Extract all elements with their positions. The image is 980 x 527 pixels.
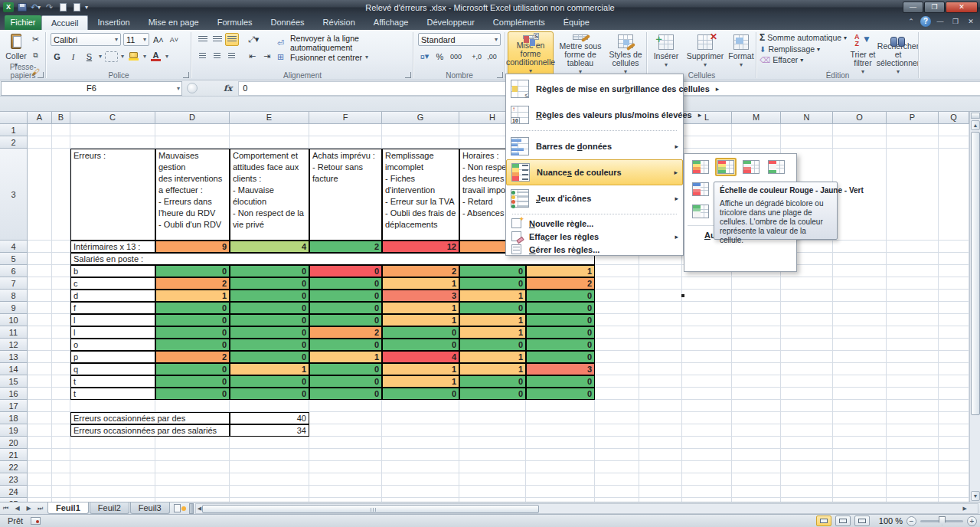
row-header-18[interactable]: 18 — [0, 412, 28, 424]
cell-G7[interactable]: 1 — [382, 277, 459, 290]
workbook-close-icon[interactable]: ✕ — [965, 16, 977, 27]
name-box[interactable]: F6 ▾ — [1, 81, 182, 96]
row-header-14[interactable]: 14 — [0, 363, 28, 375]
minimize-button[interactable]: — — [903, 2, 923, 13]
row-header-1[interactable]: 1 — [0, 124, 28, 136]
prev-sheet-icon[interactable]: ◀ — [11, 505, 23, 512]
cell-C15[interactable]: t — [70, 375, 155, 388]
cell-G4[interactable]: 12 — [382, 241, 459, 253]
tab-formules[interactable]: Formules — [208, 15, 262, 30]
zoom-level[interactable]: 100 % — [874, 516, 903, 525]
cell-E15[interactable]: 0 — [230, 375, 309, 388]
menu-item-nouvelle-r-gle[interactable]: ✦Nouvelle règle... — [506, 217, 683, 230]
cell-G8[interactable]: 3 — [382, 290, 459, 302]
tab-mise-en-page[interactable]: Mise en page — [139, 15, 208, 30]
cell-G15[interactable]: 1 — [382, 375, 459, 388]
cell-C19[interactable]: Erreurs occasionnées par des salariés en… — [70, 424, 230, 437]
horizontal-scrollbar[interactable]: ◀ ▶ — [195, 503, 978, 514]
delete-cells-button[interactable]: ✕ Supprimer ▾ — [684, 31, 726, 76]
column-header-F[interactable]: F — [309, 112, 382, 124]
bold-button[interactable]: G — [51, 50, 64, 63]
cell-G14[interactable]: 1 — [382, 363, 459, 375]
color-scale-thumb-5[interactable] — [690, 180, 711, 198]
cell-G6[interactable]: 2 — [382, 265, 459, 277]
font-color-icon[interactable]: A — [149, 50, 162, 63]
conditional-formatting-button[interactable]: S Mise en forme conditionnelle ▾ — [508, 31, 554, 76]
menu-item-r-gles-de-mise-en-surbrillance-des-cellules[interactable]: ≤Règles de mise en surbrillance des cell… — [506, 76, 683, 102]
row-header-5[interactable]: 5 — [0, 253, 28, 265]
row-header-12[interactable]: 12 — [0, 339, 28, 351]
cell-H11[interactable]: 1 — [459, 326, 526, 339]
vscroll-split-handle[interactable] — [971, 113, 980, 119]
increase-decimal-icon[interactable]: +,0 — [470, 50, 483, 63]
cell-D9[interactable]: 0 — [155, 302, 230, 314]
menu-item-jeux-d-ic-nes[interactable]: Jeux d'icônes▸ — [506, 185, 683, 211]
cell-D12[interactable]: 0 — [155, 339, 230, 351]
tab-insertion[interactable]: Insertion — [88, 15, 139, 30]
cell-E14[interactable]: 1 — [230, 363, 309, 375]
sheet-tab-feuil1[interactable]: Feuil1 — [47, 502, 89, 514]
column-header-C[interactable]: C — [70, 112, 155, 124]
row-header-8[interactable]: 8 — [0, 290, 28, 302]
cell-E16[interactable]: 0 — [230, 388, 309, 400]
cell-F16[interactable]: 0 — [309, 388, 382, 400]
cell-F11[interactable]: 2 — [309, 326, 382, 339]
underline-button[interactable]: S — [83, 50, 96, 63]
next-sheet-icon[interactable]: ▶ — [23, 505, 34, 512]
thousands-icon[interactable]: 000 — [449, 50, 463, 63]
zoom-slider[interactable] — [920, 520, 963, 522]
color-scale-thumb-4[interactable] — [766, 158, 787, 176]
cell-D13[interactable]: 2 — [155, 351, 230, 363]
cell-F15[interactable]: 0 — [309, 375, 382, 388]
find-select-button[interactable]: Rechercher et sélectionner ▾ — [879, 31, 917, 76]
tab-fichier[interactable]: Fichier — [5, 15, 41, 30]
row-header-20[interactable]: 20 — [0, 437, 28, 449]
row-header-11[interactable]: 11 — [0, 326, 28, 339]
cell-C3[interactable]: Erreurs : — [70, 149, 155, 241]
cell-D14[interactable]: 0 — [155, 363, 230, 375]
cell-C13[interactable]: p — [70, 351, 155, 363]
cell-G13[interactable]: 4 — [382, 351, 459, 363]
decrease-indent-icon[interactable]: ⇤ — [246, 50, 259, 63]
cell-D4[interactable]: 9 — [155, 241, 230, 253]
increase-indent-icon[interactable]: ⇥ — [260, 50, 273, 63]
scroll-right-icon[interactable]: ▶ — [963, 506, 967, 512]
cut-icon[interactable]: ✂ — [29, 33, 42, 46]
vscroll-thumb[interactable] — [971, 132, 980, 415]
cell-I8[interactable]: 0 — [526, 290, 595, 302]
borders-icon[interactable] — [105, 51, 118, 62]
format-as-table-button[interactable]: Mettre sous forme de tableau ▾ — [556, 31, 605, 76]
column-header-O[interactable]: O — [833, 112, 887, 124]
cell-H7[interactable]: 0 — [459, 277, 526, 290]
column-header-N[interactable]: N — [781, 112, 833, 124]
cell-F9[interactable]: 0 — [309, 302, 382, 314]
orientation-icon[interactable]: ⤢▾ — [247, 33, 260, 46]
cell-H16[interactable]: 0 — [459, 388, 526, 400]
clear-button[interactable]: ⌫ Effacer▾ — [760, 55, 847, 64]
cell-C16[interactable]: t — [70, 388, 155, 400]
column-header-Q[interactable]: Q — [939, 112, 969, 124]
scroll-down-icon[interactable]: ▼ — [971, 491, 980, 501]
cell-H10[interactable]: 1 — [459, 314, 526, 326]
cell-G11[interactable]: 0 — [382, 326, 459, 339]
cell-E9[interactable]: 0 — [230, 302, 309, 314]
cell-I7[interactable]: 2 — [526, 277, 595, 290]
cell-C12[interactable]: o — [70, 339, 155, 351]
cell-E13[interactable]: 0 — [230, 351, 309, 363]
workbook-restore-icon[interactable]: ❐ — [949, 16, 962, 27]
cell-C8[interactable]: d — [70, 290, 155, 302]
cell-E8[interactable]: 0 — [230, 290, 309, 302]
color-scale-thumb-2[interactable] — [715, 158, 737, 176]
fill-color-icon[interactable] — [127, 50, 140, 63]
row-header-17[interactable]: 17 — [0, 400, 28, 412]
cell-G12[interactable]: 0 — [382, 339, 459, 351]
cell-H9[interactable]: 0 — [459, 302, 526, 314]
new-document-icon[interactable] — [57, 2, 69, 12]
format-cells-button[interactable]: Format ▾ — [727, 31, 755, 76]
normal-view-icon[interactable] — [816, 516, 831, 526]
cell-I9[interactable]: 0 — [526, 302, 595, 314]
cell-E4[interactable]: 4 — [230, 241, 309, 253]
cell-F4[interactable]: 2 — [309, 241, 382, 253]
cell-D16[interactable]: 0 — [155, 388, 230, 400]
cell-I6[interactable]: 1 — [526, 265, 595, 277]
